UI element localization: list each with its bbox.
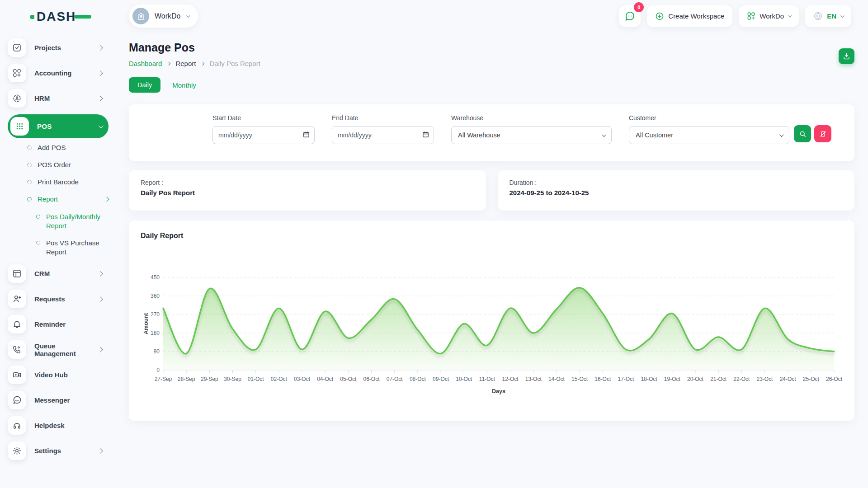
sidebar-item-print-barcode[interactable]: Print Barcode: [27, 178, 108, 186]
daily-report-chart-card: Daily Report 09018027036045027-Se: [129, 221, 854, 421]
x-tick-label: 25-Oct: [803, 376, 820, 382]
search-button[interactable]: [794, 125, 811, 142]
x-tick-label: 12-Oct: [502, 376, 519, 382]
duration-label: Duration :: [509, 179, 843, 186]
sidebar-item-requests[interactable]: Requests: [8, 290, 108, 308]
sidebar-item-video-hub[interactable]: Video Hub: [8, 366, 108, 384]
sidebar-item-accounting[interactable]: Accounting: [8, 64, 108, 82]
chevron-down-icon: [840, 14, 844, 17]
window-icon: [8, 264, 26, 283]
chevron-right-icon: [167, 61, 170, 65]
x-tick-label: 14-Oct: [548, 376, 565, 382]
sidebar-item-helpdesk[interactable]: Helpdesk: [8, 416, 108, 435]
breadcrumb: Dashboard Report Daily Pos Report: [129, 60, 260, 67]
language-code: EN: [827, 12, 836, 20]
create-workspace-button[interactable]: Create Workspace: [647, 5, 732, 27]
customer-selected-value: All Customer: [636, 131, 673, 139]
sidebar-item-pos-order[interactable]: POS Order: [27, 161, 108, 169]
y-tick-label: 360: [151, 293, 160, 299]
page-title: Manage Pos: [129, 41, 260, 54]
report-summary-card: Report : Daily Pos Report: [129, 170, 486, 211]
sidebar-item-settings[interactable]: Settings: [8, 441, 108, 460]
create-workspace-label: Create Workspace: [668, 12, 724, 20]
sidebar-item-add-pos[interactable]: Add POS: [27, 144, 108, 151]
y-tick-label: 90: [154, 348, 160, 355]
sidebar-item-pos-vs-purchase-report[interactable]: Pos VS Purchase Report: [36, 239, 115, 257]
x-tick-label: 03-Oct: [294, 376, 311, 382]
reset-filter-button[interactable]: [814, 125, 831, 142]
warehouse-select[interactable]: All Warehouse: [451, 126, 612, 144]
x-tick-label: 16-Oct: [594, 376, 611, 382]
x-tick-label: 28-Sep: [178, 376, 195, 382]
download-report-button[interactable]: [839, 48, 854, 64]
sidebar-item-crm[interactable]: CRM: [8, 264, 108, 283]
svg-text:DASH: DASH: [37, 9, 76, 23]
end-date-label: End Date: [332, 114, 434, 122]
face-scan-icon: [8, 89, 26, 108]
sidebar-item-projects[interactable]: Projects: [8, 38, 108, 57]
tab-monthly[interactable]: Monthly: [172, 81, 196, 89]
y-axis-title: Amount: [143, 313, 149, 334]
report-value: Daily Pos Report: [141, 189, 474, 197]
chevron-right-icon: [201, 61, 204, 65]
start-date-input[interactable]: [212, 126, 315, 144]
bullet-icon: [26, 161, 33, 168]
topbar-actions: 0 Create Workspace WorkDo EN: [619, 5, 851, 27]
sidebar-item-report[interactable]: Report: [27, 195, 108, 203]
end-date-input[interactable]: [332, 126, 434, 144]
language-selector[interactable]: EN: [805, 5, 851, 27]
filter-actions: [794, 125, 831, 142]
messages-button[interactable]: 0: [619, 5, 641, 27]
workspace-switcher-label: WorkDo: [760, 12, 784, 20]
chevron-down-icon: [99, 123, 104, 128]
sidebar: Projects Accounting HRM POS: [0, 32, 115, 467]
duration-value: 2024-09-25 to 2024-10-25: [509, 189, 843, 197]
sidebar-item-pos[interactable]: POS: [8, 114, 108, 138]
plus-circle-icon: [655, 12, 664, 21]
chevron-right-icon: [98, 271, 103, 276]
download-icon: [842, 52, 851, 61]
breadcrumb-report[interactable]: Report: [175, 60, 196, 67]
search-icon: [799, 130, 807, 138]
area-chart-svg: 09018027036045027-Sep28-Sep29-Sep30-Sep0…: [141, 250, 843, 404]
report-mode-tabs: Daily Monthly: [129, 77, 854, 93]
phone-call-icon: [8, 340, 26, 359]
breadcrumb-dashboard[interactable]: Dashboard: [129, 60, 162, 67]
messages-count-badge: 0: [634, 2, 644, 12]
sidebar-item-hrm[interactable]: HRM: [8, 89, 108, 108]
warehouse-field: Warehouse All Warehouse: [451, 114, 612, 144]
sidebar-item-messenger[interactable]: Messenger: [8, 391, 108, 409]
sidebar-item-queue-management[interactable]: Queue Management: [8, 340, 108, 359]
workspace-selector[interactable]: WorkDo: [129, 5, 198, 28]
headphones-icon: [8, 416, 26, 435]
x-tick-label: 30-Sep: [224, 376, 241, 382]
x-tick-label: 09-Oct: [433, 376, 449, 382]
area-fill: [163, 288, 834, 370]
x-tick-label: 20-Oct: [687, 376, 704, 382]
bullet-icon: [26, 178, 33, 185]
daily-report-chart[interactable]: 09018027036045027-Sep28-Sep29-Sep30-Sep0…: [141, 250, 843, 405]
workspace-switcher-button[interactable]: WorkDo: [739, 5, 799, 27]
chat-bubble-icon: [624, 11, 635, 22]
tab-daily[interactable]: Daily: [129, 77, 160, 93]
chevron-down-icon: [788, 14, 792, 17]
x-axis-title: Days: [492, 388, 505, 394]
user-plus-icon: [8, 290, 26, 308]
y-tick-label: 180: [151, 330, 160, 336]
x-tick-label: 22-Oct: [733, 376, 750, 382]
customer-label: Customer: [629, 114, 789, 122]
start-date-field: Start Date: [212, 114, 315, 144]
breadcrumb-current: Daily Pos Report: [209, 60, 260, 67]
customer-field: Customer All Customer: [629, 114, 789, 144]
sidebar-item-reminder[interactable]: Reminder: [8, 315, 108, 333]
chevron-down-icon: [186, 14, 190, 17]
grid-plus-icon: [747, 12, 755, 20]
x-tick-label: 15-Oct: [571, 376, 588, 382]
x-tick-label: 29-Sep: [201, 376, 218, 382]
gear-icon: [8, 441, 26, 460]
app-logo[interactable]: DASH: [30, 8, 129, 25]
x-tick-label: 04-Oct: [317, 376, 334, 382]
sidebar-item-pos-daily-monthly-report[interactable]: Pos Daily/Monthly Report: [36, 212, 115, 231]
dash-logo-icon: DASH: [30, 8, 91, 25]
customer-select[interactable]: All Customer: [629, 126, 789, 144]
